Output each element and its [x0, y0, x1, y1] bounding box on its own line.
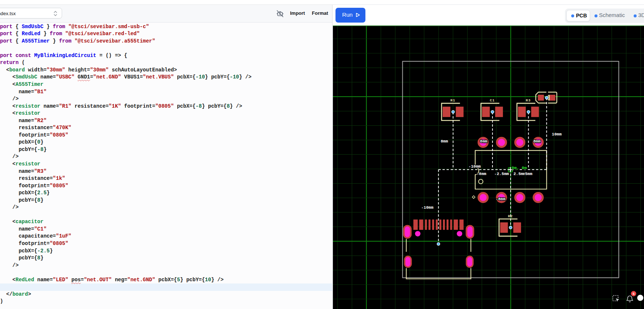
svg-text:R1: R1	[450, 98, 455, 103]
svg-text:5: 5	[633, 292, 635, 296]
svg-text:8mm: 8mm	[533, 139, 541, 144]
svg-text:-10mm: -10mm	[468, 164, 481, 169]
svg-text:5mm: 5mm	[525, 172, 532, 176]
svg-text:-8mm: -8mm	[477, 172, 487, 176]
svg-text:-2.5mm: -2.5mm	[494, 172, 509, 176]
svg-text:2.5mm: 2.5mm	[514, 172, 526, 176]
svg-text:8mm: 8mm	[480, 139, 487, 144]
svg-text:R3: R3	[526, 98, 531, 103]
svg-text:10mm: 10mm	[552, 132, 562, 137]
svg-text:C1: C1	[490, 98, 495, 103]
svg-text:8mm: 8mm	[441, 139, 448, 144]
svg-text:-10mm: -10mm	[421, 205, 433, 210]
svg-text:0m, 0m: 0m, 0m	[512, 165, 527, 170]
svg-text:-8mm: -8mm	[496, 197, 506, 201]
